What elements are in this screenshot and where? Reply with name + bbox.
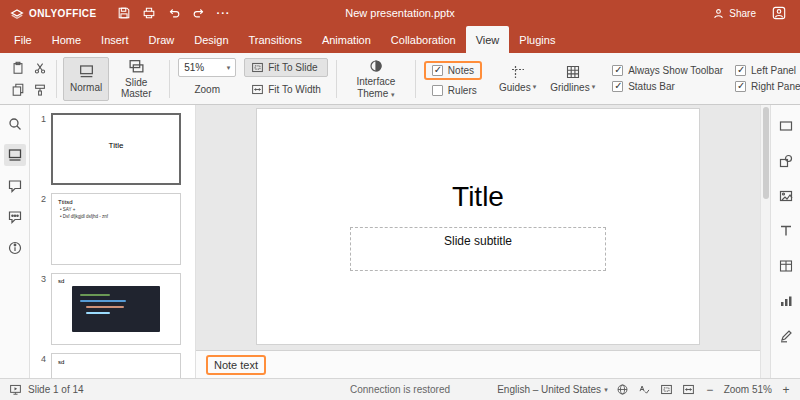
tab-plugins[interactable]: Plugins bbox=[509, 26, 565, 53]
user-avatar[interactable] bbox=[768, 3, 790, 23]
thumbnail-preview: Title bbox=[51, 113, 181, 185]
signature-settings-button[interactable] bbox=[775, 325, 797, 347]
chart-settings-button[interactable] bbox=[775, 290, 797, 312]
tab-view[interactable]: View bbox=[466, 26, 510, 53]
guides-gridlines-group: Guides▾ Gridlines▾ bbox=[488, 53, 606, 104]
vertical-scrollbar[interactable] bbox=[760, 105, 770, 378]
tab-file[interactable]: File bbox=[4, 26, 42, 53]
save-button[interactable] bbox=[113, 3, 135, 23]
menu-tab-bar: File Home Insert Draw Design Transitions… bbox=[0, 26, 800, 53]
textart-settings-button[interactable] bbox=[775, 220, 797, 242]
tab-insert[interactable]: Insert bbox=[91, 26, 139, 53]
more-actions-button[interactable]: ··· bbox=[213, 3, 235, 23]
comments-button[interactable] bbox=[4, 175, 26, 197]
notes-area[interactable]: Note text bbox=[196, 350, 760, 378]
gridlines-button[interactable]: Gridlines▾ bbox=[543, 57, 602, 101]
tab-draw[interactable]: Draw bbox=[139, 26, 185, 53]
status-bar-checkbox[interactable]: Status Bar bbox=[612, 81, 723, 92]
fit-to-width-icon bbox=[682, 383, 695, 396]
right-panel-checkbox[interactable]: Right Panel bbox=[735, 81, 800, 92]
current-slide[interactable]: Title Slide subtitle bbox=[257, 109, 699, 344]
checkbox-box bbox=[432, 85, 443, 96]
checkbox-box bbox=[612, 81, 623, 92]
slide-subtitle-placeholder[interactable]: Slide subtitle bbox=[350, 227, 606, 271]
start-slideshow-button[interactable] bbox=[8, 382, 22, 398]
chat-icon bbox=[7, 209, 23, 225]
tab-design[interactable]: Design bbox=[184, 26, 238, 53]
fit-to-width-button[interactable]: Fit To Width bbox=[244, 80, 328, 99]
slide-number: 2 bbox=[36, 193, 46, 265]
view-mode-group: Normal Slide Master bbox=[59, 53, 167, 104]
user-icon bbox=[772, 6, 786, 20]
copy-button[interactable] bbox=[8, 80, 28, 100]
rulers-checkbox[interactable]: Rulers bbox=[432, 85, 482, 96]
slide-thumbnail-3[interactable]: 3 sd bbox=[30, 269, 195, 349]
interface-theme-label: Interface Theme bbox=[356, 76, 395, 99]
slide-title[interactable]: Title bbox=[257, 181, 699, 213]
tab-home[interactable]: Home bbox=[42, 26, 91, 53]
slide-thumbnail-4[interactable]: 4 sd bbox=[30, 349, 195, 378]
zoom-out-button[interactable]: − bbox=[704, 383, 716, 397]
share-button[interactable]: Share bbox=[712, 7, 756, 20]
print-button[interactable] bbox=[138, 3, 160, 23]
tab-collaboration[interactable]: Collaboration bbox=[381, 26, 466, 53]
set-language-button[interactable] bbox=[616, 382, 630, 398]
spellcheck-icon bbox=[638, 383, 651, 396]
slideshow-icon bbox=[9, 383, 22, 396]
statusbar: Slide 1 of 14 Connection is restored Eng… bbox=[0, 378, 800, 400]
chevron-down-icon: ▾ bbox=[604, 386, 608, 394]
search-button[interactable] bbox=[4, 113, 26, 135]
slide-thumbnail-2[interactable]: 2 Ttitsd SAY + Dsf dfjkgjdl dsfjhd - znf bbox=[30, 189, 195, 269]
notes-rulers-group: Notes Rulers bbox=[418, 61, 488, 96]
undo-button[interactable] bbox=[163, 3, 185, 23]
zoom-value-dropdown[interactable]: 51% ▾ bbox=[178, 58, 236, 77]
always-show-toolbar-checkbox[interactable]: Always Show Toolbar bbox=[612, 65, 723, 76]
titlebar-right: Share bbox=[712, 3, 790, 23]
slides-panel-button[interactable] bbox=[4, 144, 26, 166]
scrollbar-thumb[interactable] bbox=[763, 107, 769, 199]
tab-animation[interactable]: Animation bbox=[312, 26, 381, 53]
app-name: ONLYOFFICE bbox=[29, 8, 97, 19]
tab-transitions[interactable]: Transitions bbox=[239, 26, 312, 53]
chevron-down-icon: ▾ bbox=[592, 83, 596, 91]
toolbar-divider bbox=[56, 60, 57, 98]
language-label: English – United States bbox=[497, 384, 601, 395]
note-text-highlight-box: Note text bbox=[206, 355, 266, 375]
fit-to-slide-button[interactable]: Fit To Slide bbox=[244, 58, 328, 77]
zoom-in-button[interactable]: + bbox=[780, 383, 792, 397]
toolbar-divider bbox=[169, 60, 170, 98]
redo-button[interactable] bbox=[188, 3, 210, 23]
left-panel-checkbox[interactable]: Left Panel bbox=[735, 65, 800, 76]
paste-button[interactable] bbox=[8, 58, 28, 78]
left-sidebar bbox=[0, 105, 30, 378]
thumbnail-title: Ttitsd bbox=[58, 199, 180, 205]
shape-settings-button[interactable] bbox=[775, 150, 797, 172]
slide-master-button[interactable]: Slide Master bbox=[109, 55, 163, 103]
language-selector[interactable]: English – United States ▾ bbox=[497, 384, 607, 395]
slide-thumbnail-1[interactable]: 1 Title bbox=[30, 109, 195, 189]
table-settings-button[interactable] bbox=[775, 255, 797, 277]
fit-to-width-button[interactable] bbox=[682, 382, 696, 398]
zoom-value: 51% bbox=[184, 62, 204, 73]
slide-settings-button[interactable] bbox=[775, 115, 797, 137]
image-settings-button[interactable] bbox=[775, 185, 797, 207]
checkbox-box bbox=[432, 65, 443, 76]
slide-canvas[interactable]: Title Slide subtitle bbox=[196, 105, 760, 350]
toolbar-view-tab: Normal Slide Master 51% ▾ Fit To Slide Z… bbox=[0, 53, 800, 105]
panels-group: Left Panel Right Panel bbox=[729, 65, 800, 92]
copy-style-button[interactable] bbox=[30, 80, 50, 100]
feedback-button[interactable] bbox=[4, 237, 26, 259]
notes-checkbox[interactable]: Notes bbox=[432, 65, 474, 76]
interface-theme-group: Interface Theme ▾ bbox=[339, 53, 413, 104]
note-text[interactable]: Note text bbox=[214, 359, 258, 371]
titlebar: ONLYOFFICE ··· New presentation.pptx Sha… bbox=[0, 0, 800, 26]
spellcheck-button[interactable] bbox=[638, 382, 652, 398]
interface-theme-button[interactable]: Interface Theme ▾ bbox=[343, 55, 409, 102]
guides-button[interactable]: Guides▾ bbox=[492, 57, 543, 101]
fit-to-slide-button[interactable] bbox=[660, 382, 674, 398]
share-user-icon bbox=[712, 7, 725, 20]
cut-button[interactable] bbox=[30, 58, 50, 78]
zoom-level[interactable]: Zoom 51% bbox=[724, 384, 772, 395]
normal-view-button[interactable]: Normal bbox=[63, 57, 109, 101]
chat-button[interactable] bbox=[4, 206, 26, 228]
